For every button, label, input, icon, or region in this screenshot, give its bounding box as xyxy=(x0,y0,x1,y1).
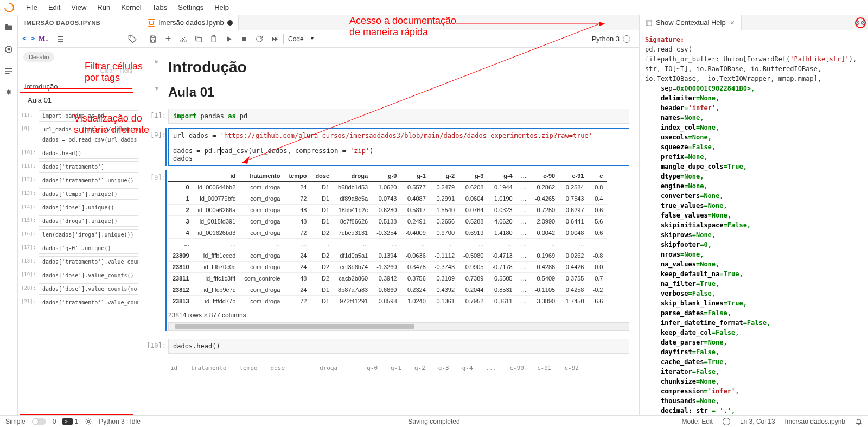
notebook-toolbar: + Code Python 3 xyxy=(142,30,639,48)
notebook-tab-bar: Imersão dados.ipynb xyxy=(142,15,639,30)
menu-run[interactable]: Run xyxy=(92,1,116,14)
clear-filters-button[interactable]: Clear Filters xyxy=(97,66,136,75)
menu-kernel[interactable]: Kernel xyxy=(116,1,147,14)
tag-icon[interactable] xyxy=(127,34,137,44)
code-toggle-icon[interactable]: < > xyxy=(22,34,32,44)
dirty-indicator-icon xyxy=(227,20,233,26)
settings-icon[interactable] xyxy=(85,418,92,425)
collapse-caret-icon[interactable]: ▸ xyxy=(155,58,158,65)
run-all-button[interactable] xyxy=(268,33,281,46)
left-panel: IMERSÃO DADOS.IPYNB < > M↓ Desafio Clear… xyxy=(18,15,142,415)
running-icon[interactable] xyxy=(4,44,14,54)
help-tab-bar: Show Contextual Help × xyxy=(640,15,868,30)
heading-h1: Introdução xyxy=(168,59,629,76)
inspector-icon xyxy=(645,19,653,27)
svg-point-2 xyxy=(130,36,131,37)
panel-title: IMERSÃO DADOS.IPYNB xyxy=(18,15,142,30)
status-cursor: Ln 3, Col 13 xyxy=(740,418,775,425)
bell-icon[interactable] xyxy=(855,418,863,425)
add-cell-button[interactable]: + xyxy=(162,33,175,46)
center-area: Imersão dados.ipynb + Code Python 3 ▸ In… xyxy=(142,15,640,415)
toc-cell[interactable]: [14]:dados['dose'].unique() xyxy=(39,202,138,213)
statusbar: Simple 0 >_1 Python 3 | Idle Saving comp… xyxy=(0,415,868,427)
collapse-caret-icon[interactable]: ▾ xyxy=(155,85,158,92)
status-zero: 0 xyxy=(53,418,56,425)
cell-input[interactable]: url_dados = 'https://github.com/alura-cu… xyxy=(168,128,629,166)
menu-view[interactable]: View xyxy=(66,1,92,14)
toc-cell[interactable]: [13]:dados['tempo'].unique() xyxy=(39,188,138,200)
toc-cell[interactable]: [11]:dados['tratamento'] xyxy=(39,161,138,173)
paste-button[interactable] xyxy=(207,33,220,46)
tag-chip[interactable]: Desafio xyxy=(23,52,54,62)
svg-rect-5 xyxy=(197,37,201,42)
toc-toolbar: < > M↓ xyxy=(18,30,142,48)
cell-type-select[interactable]: Code xyxy=(283,34,317,44)
help-content[interactable]: Signature:pd.read_csv( filepath_or_buffe… xyxy=(640,30,868,415)
cell-input[interactable]: import pandas as pd xyxy=(168,109,629,124)
tag-filter-row: Desafio xyxy=(18,48,142,66)
toc-heading[interactable]: Introdução xyxy=(18,80,142,93)
code-cell[interactable]: [1]: import pandas as pd xyxy=(168,109,629,124)
tab-help[interactable]: Show Contextual Help × xyxy=(640,15,742,30)
terminals-badge[interactable]: >_1 xyxy=(62,418,78,425)
debugger-icon[interactable]: ⚙⚙ xyxy=(855,17,866,28)
status-saving: Saving completed xyxy=(408,418,459,425)
status-file: Imersão dados.ipynb xyxy=(785,418,845,425)
menu-tabs[interactable]: Tabs xyxy=(147,1,173,14)
horizontal-scrollbar[interactable] xyxy=(168,322,629,331)
svg-rect-8 xyxy=(242,37,246,41)
output-cell: [9]: idtratamentotempodosedrogag-0g-1g-2… xyxy=(168,170,629,331)
menu-edit[interactable]: Edit xyxy=(43,1,66,14)
code-cell-active[interactable]: [9]: url_dados = 'https://github.com/alu… xyxy=(168,128,629,166)
toc-cell[interactable]: [10]:dados.head() xyxy=(39,148,138,159)
toc-cell[interactable]: [21]:dados['tratamento'].value_counts(). xyxy=(39,297,138,308)
output-dataframe: idtratamentotempodosedrogag-0g-1g-2g-3g-… xyxy=(168,170,629,331)
restart-button[interactable] xyxy=(253,33,266,46)
copy-button[interactable] xyxy=(192,33,205,46)
folder-icon[interactable] xyxy=(4,23,14,33)
toc-cell[interactable]: [15]:dados['droga'].unique() xyxy=(39,215,138,227)
code-cell[interactable]: [10]: dados.head() xyxy=(168,339,629,354)
toc-cell[interactable]: [1]:import pandas as pd xyxy=(39,110,138,122)
menubar: FileEditViewRunKernelTabsSettingsHelp xyxy=(0,0,868,15)
right-panel: Show Contextual Help × Signature:pd.read… xyxy=(640,15,868,415)
cell-input[interactable]: dados.head() xyxy=(168,339,629,354)
toc-cell[interactable]: [12]:dados['tratamento'].unique() xyxy=(39,175,138,186)
output-prompt: [9]: xyxy=(144,174,166,181)
close-icon[interactable]: × xyxy=(729,18,736,27)
tab-label: Show Contextual Help xyxy=(656,18,726,27)
toc-cell[interactable]: [20]:dados['dose'].value_counts(normaliz xyxy=(39,283,138,295)
svg-point-10 xyxy=(88,420,90,423)
status-simple: Simple xyxy=(5,418,25,425)
save-button[interactable] xyxy=(146,33,159,46)
toc-cell[interactable]: [9]:url_dados = 'https://github.com/alud… xyxy=(39,124,138,145)
menu-file[interactable]: File xyxy=(21,1,43,14)
toc-heading[interactable]: Aula 01 xyxy=(18,93,142,107)
toc-icon[interactable] xyxy=(4,66,14,76)
notebook-body[interactable]: ▸ Introdução ▾ Aula 01 [1]: import panda… xyxy=(142,48,639,415)
run-button[interactable] xyxy=(222,33,235,46)
cut-button[interactable] xyxy=(177,33,190,46)
kernel-indicator[interactable]: Python 3 xyxy=(592,35,635,43)
markdown-toggle-icon[interactable]: M↓ xyxy=(39,34,48,44)
menu-settings[interactable]: Settings xyxy=(173,1,209,14)
numbered-list-icon[interactable] xyxy=(55,34,65,44)
extension-icon[interactable] xyxy=(4,88,14,98)
menu-help[interactable]: Help xyxy=(209,1,234,14)
kernel-ring-icon xyxy=(723,418,730,425)
activity-bar xyxy=(0,15,18,415)
cell-prompt: [9]: xyxy=(144,131,166,139)
cell-prompt: [1]: xyxy=(144,112,166,119)
status-mode: Mode: Edit xyxy=(682,418,713,425)
heading-h2: Aula 01 xyxy=(168,85,629,100)
cell-prompt: [10]: xyxy=(144,342,166,349)
toc-cell[interactable]: [17]:dados['g-0'].unique() xyxy=(39,243,138,254)
toc-list: IntroduçãoAula 01[1]:import pandas as pd… xyxy=(18,78,142,415)
stop-button[interactable] xyxy=(238,33,251,46)
simple-toggle[interactable] xyxy=(32,418,46,425)
jupyter-logo xyxy=(2,1,16,14)
toc-cell[interactable]: [19]:dados['dose'].value_counts() xyxy=(39,270,138,281)
tab-notebook[interactable]: Imersão dados.ipynb xyxy=(142,15,239,30)
toc-cell[interactable]: [18]:dados['tratamento'].value_counts() xyxy=(39,256,138,267)
toc-cell[interactable]: [16]:len(dados['droga'].unique()) xyxy=(39,229,138,240)
